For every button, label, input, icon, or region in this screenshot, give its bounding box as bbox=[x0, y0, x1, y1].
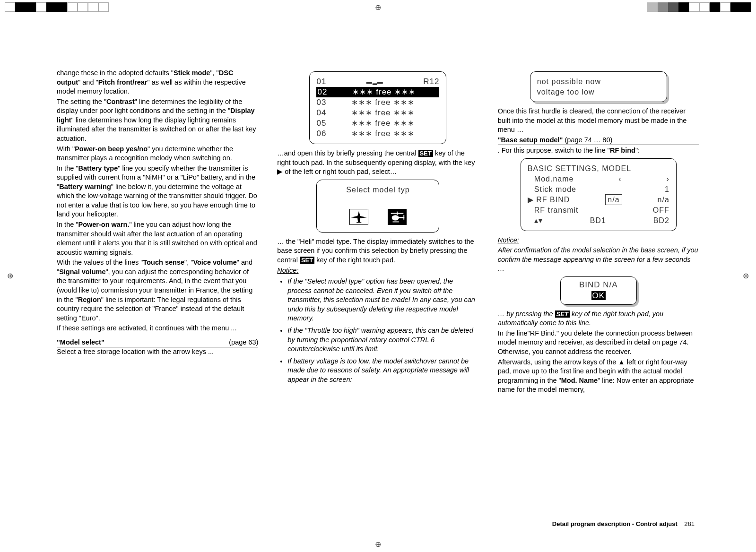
para: In the "Battery type" line you specify w… bbox=[57, 164, 258, 219]
para: …and open this by briefly pressing the c… bbox=[277, 149, 478, 177]
set-key-icon: SET bbox=[300, 257, 314, 264]
column-1: change these in the adopted defaults "St… bbox=[57, 69, 258, 519]
crop-mark-left: ⊕ bbox=[7, 271, 13, 281]
page-footer: Detail program description - Control adj… bbox=[552, 520, 695, 528]
lcd-basic-settings: BASIC SETTINGS, MODEL Mod.name‹› Stick m… bbox=[521, 158, 677, 231]
svg-rect-5 bbox=[393, 222, 399, 223]
heli-icon bbox=[388, 209, 407, 225]
column-3: not possible now voltage too low Once th… bbox=[498, 69, 699, 519]
crop-mark-top: ⊕ bbox=[375, 2, 381, 13]
notice-heading: Notice: bbox=[498, 236, 699, 245]
notice-item: If the "Select model type" option has be… bbox=[287, 277, 478, 323]
section-heading-base-setup: "Base setup model" (page 74 … 80) bbox=[498, 136, 699, 146]
crop-mark-right: ⊕ bbox=[743, 271, 749, 281]
para: Afterwards, using the arrow keys of the … bbox=[498, 358, 699, 395]
notice-list: If the "Select model type" option has be… bbox=[277, 277, 478, 384]
lcd-bind-na: BIND N/A OK bbox=[560, 276, 637, 305]
set-key-icon: SET bbox=[555, 310, 570, 318]
plane-icon bbox=[349, 209, 368, 225]
svg-rect-3 bbox=[398, 217, 404, 218]
lcd-warning: not possible now voltage too low bbox=[530, 71, 667, 102]
footer-label: Detail program description - Control adj… bbox=[552, 520, 678, 527]
notice-item: If the "Throttle too high" warning appea… bbox=[287, 326, 478, 354]
registration-bar-right bbox=[647, 2, 751, 12]
notice-text: After confirmation of the model selectio… bbox=[498, 246, 699, 274]
para: change these in the adopted defaults "St… bbox=[57, 69, 258, 96]
section-title: "Model select" bbox=[57, 338, 104, 347]
para: With the values of the lines "Touch sens… bbox=[57, 258, 258, 323]
registration-bar-left bbox=[5, 2, 109, 12]
section-page: (page 63) bbox=[229, 338, 258, 347]
page-content: change these in the adopted defaults "St… bbox=[57, 69, 699, 519]
column-2: 01▬▂▬R12 02∗∗∗ free ∗∗∗ 03∗∗∗ free ∗∗∗ 0… bbox=[277, 69, 478, 519]
para: In the line"RF Bind." you delete the con… bbox=[498, 329, 699, 357]
notice-heading: Notice: bbox=[277, 266, 478, 276]
lcd-model-list: 01▬▂▬R12 02∗∗∗ free ∗∗∗ 03∗∗∗ free ∗∗∗ 0… bbox=[309, 71, 446, 144]
svg-rect-4 bbox=[404, 215, 405, 220]
para: Once this first hurdle is cleared, the c… bbox=[498, 107, 699, 135]
notice-item: If battery voltage is too low, the model… bbox=[287, 357, 478, 385]
footer-page-number: 281 bbox=[684, 520, 695, 527]
para: If these settings are activated, it cont… bbox=[57, 324, 258, 333]
para: . For this purpose, switch to the line "… bbox=[498, 146, 699, 155]
set-key-icon: SET bbox=[418, 150, 433, 157]
para: The setting the "Contrast" line determin… bbox=[57, 97, 258, 144]
svg-rect-1 bbox=[397, 212, 398, 216]
svg-point-2 bbox=[392, 215, 399, 220]
crop-mark-bottom: ⊕ bbox=[375, 539, 381, 550]
para: … by pressing the SET key of the right t… bbox=[498, 310, 699, 328]
lcd-select-model-type: Select model typ bbox=[316, 180, 439, 233]
para: Select a free storage location with the … bbox=[57, 347, 258, 357]
para: In the "Power-on warn." line you can adj… bbox=[57, 220, 258, 257]
section-heading-model-select: "Model select" (page 63) bbox=[57, 338, 258, 348]
para: … the "Heli" model type. The display imm… bbox=[277, 237, 478, 265]
para: With "Power-on beep yes/no" you determin… bbox=[57, 145, 258, 163]
